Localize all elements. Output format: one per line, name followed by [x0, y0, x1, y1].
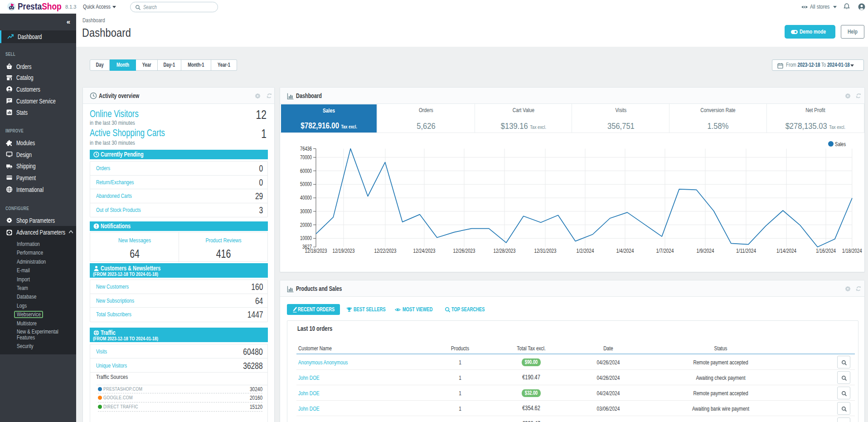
svg-text:Sales: Sales [835, 141, 846, 147]
svg-text:60000: 60000 [300, 168, 312, 174]
svg-text:76436: 76436 [300, 146, 312, 152]
svg-text:12/18/2023: 12/18/2023 [305, 248, 327, 254]
svg-text:12/19/2023: 12/19/2023 [333, 248, 355, 254]
svg-text:1/7/2024: 1/7/2024 [656, 248, 674, 254]
svg-text:40000: 40000 [300, 195, 312, 201]
svg-text:12/24/2023: 12/24/2023 [413, 248, 436, 254]
svg-text:20000: 20000 [300, 222, 312, 228]
svg-text:1/18/2024: 1/18/2024 [842, 248, 862, 254]
svg-text:1/2/2024: 1/2/2024 [577, 248, 594, 254]
svg-text:50000: 50000 [300, 181, 312, 187]
svg-text:1/11/2024: 1/11/2024 [736, 248, 756, 254]
svg-text:10000: 10000 [300, 235, 312, 241]
svg-text:12/26/2023: 12/26/2023 [453, 248, 475, 254]
svg-text:1/4/2024: 1/4/2024 [616, 248, 634, 254]
svg-text:1/14/2024: 1/14/2024 [776, 248, 796, 254]
svg-text:1/9/2024: 1/9/2024 [697, 248, 714, 254]
svg-text:1/16/2024: 1/16/2024 [816, 248, 836, 254]
svg-text:12/31/2023: 12/31/2023 [534, 248, 557, 254]
svg-text:70000: 70000 [300, 154, 312, 161]
svg-text:12/22/2023: 12/22/2023 [374, 248, 397, 254]
svg-text:12/28/2023: 12/28/2023 [494, 248, 516, 254]
svg-text:30000: 30000 [300, 208, 312, 215]
